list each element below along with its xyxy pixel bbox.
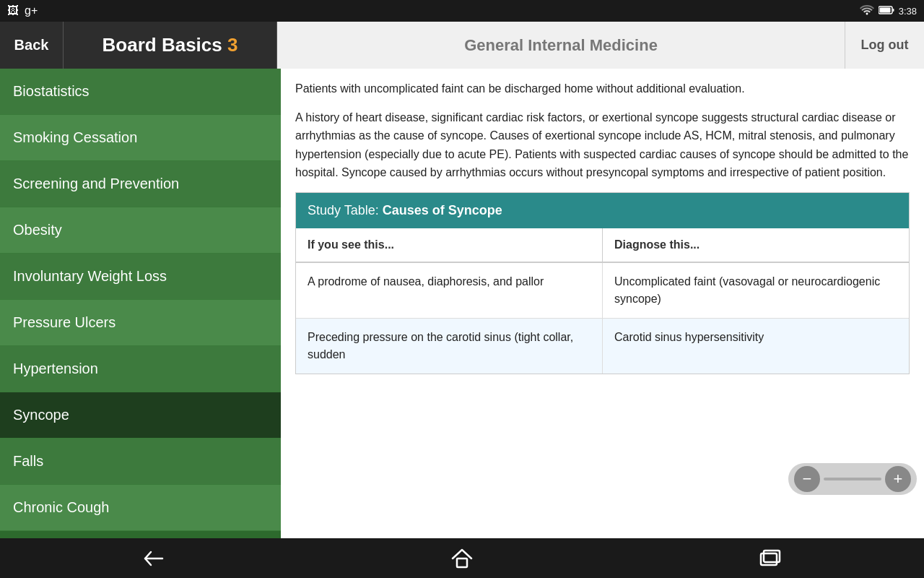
sidebar-item-falls[interactable]: Falls [0,439,281,485]
app-header: Back Board Basics 3 General Internal Med… [0,22,924,69]
study-table-prefix: Study Table: [308,203,379,217]
col-header-symptom: If you see this... [296,228,603,262]
home-nav-button[interactable] [440,544,484,573]
bottom-navigation [0,538,924,578]
app-logo: Board Basics 3 [64,22,277,69]
svg-rect-1 [879,7,890,12]
time-display: 3:38 [899,6,917,17]
back-button[interactable]: Back [0,22,64,69]
paragraph-2: A history of heart disease, significant … [295,108,910,182]
sidebar-item-obesity[interactable]: Obesity [0,207,281,254]
sidebar: Biostatistics Smoking Cessation Screenin… [0,69,281,538]
table-cell-symptom-2: Preceding pressure on the carotid sinus … [296,319,603,374]
table-cell-diagnosis-2: Carotid sinus hypersensitivity [603,319,909,374]
zoom-controls: − + [788,463,917,495]
back-nav-button[interactable] [132,544,175,573]
battery-icon [879,6,894,17]
table-row: A prodrome of nausea, diaphoresis, and p… [296,263,909,319]
table-column-headers: If you see this... Diagnose this... [296,228,909,263]
sidebar-item-screening-prevention[interactable]: Screening and Prevention [0,161,281,207]
zoom-in-button[interactable]: + [885,466,911,492]
status-bar-left: 🖼 g+ [7,4,38,17]
svg-rect-4 [457,558,467,567]
content-area: Patients with uncomplicated faint can be… [281,69,924,538]
table-row: Preceding pressure on the carotid sinus … [296,319,909,374]
status-bar-right: 3:38 [860,5,917,17]
status-bar: 🖼 g+ 3:38 [0,0,924,22]
sidebar-item-involuntary-weight-loss[interactable]: Involuntary Weight Loss [0,254,281,300]
logout-button[interactable]: Log out [845,22,924,69]
sidebar-item-chronic-cough[interactable]: Chronic Cough [0,485,281,531]
main-layout: Biostatistics Smoking Cessation Screenin… [0,69,924,538]
image-icon: 🖼 [7,4,19,17]
wifi-icon [860,5,874,17]
sidebar-item-smoking-cessation[interactable]: Smoking Cessation [0,115,281,161]
study-table-header: Study Table: Causes of Syncope [296,193,909,228]
sidebar-item-syncope[interactable]: Syncope [0,392,281,439]
sidebar-item-biostatistics[interactable]: Biostatistics [0,69,281,115]
zoom-out-button[interactable]: − [794,466,820,492]
section-title: General Internal Medicine [277,22,845,69]
table-cell-diagnosis-1: Uncomplicated faint (vasovagal or neuroc… [603,263,909,318]
zoom-slider[interactable] [824,478,881,480]
table-cell-symptom-1: A prodrome of nausea, diaphoresis, and p… [296,263,603,318]
app-name: Board Basics 3 [103,34,238,56]
paragraph-1: Patients with uncomplicated faint can be… [295,79,910,98]
svg-rect-2 [892,9,894,12]
google-plus-icon: g+ [25,4,38,17]
study-table: Study Table: Causes of Syncope If you se… [295,192,910,374]
sidebar-item-hypertension[interactable]: Hypertension [0,346,281,392]
col-header-diagnosis: Diagnose this... [603,228,909,262]
sidebar-item-pressure-ulcers[interactable]: Pressure Ulcers [0,300,281,346]
study-table-title: Causes of Syncope [383,203,502,217]
recents-nav-button[interactable] [749,544,792,573]
